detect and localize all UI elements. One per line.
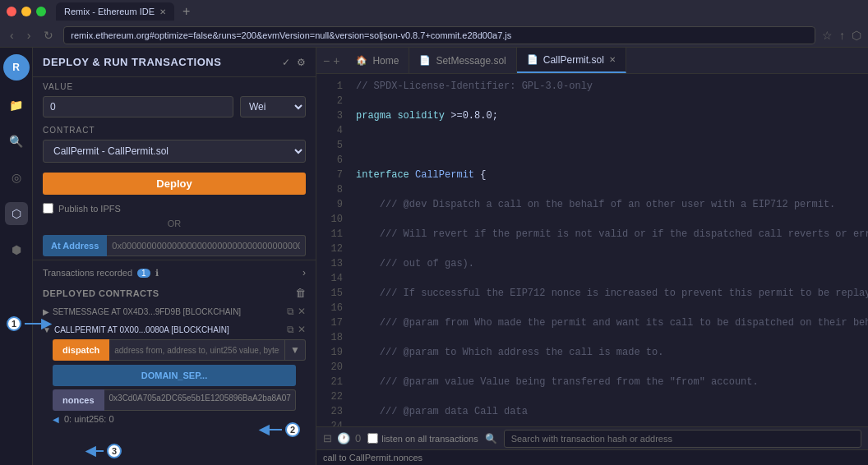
domain-sep-button[interactable]: DOMAIN_SEP... [53, 365, 296, 386]
checkmark-icon[interactable]: ✓ [282, 57, 290, 68]
dispatch-input[interactable] [109, 339, 285, 361]
refresh-button[interactable]: ↻ [40, 29, 57, 42]
transactions-chevron-icon[interactable]: › [302, 267, 306, 279]
clock-icon[interactable]: 🕐 [337, 432, 350, 444]
result-triangle-icon: ◀ [53, 415, 59, 424]
deploy-header-icons: ✓ ⚙ [282, 57, 306, 68]
dispatch-chevron-icon[interactable]: ▼ [285, 339, 306, 361]
collapse-icon-callpermit[interactable]: ▼ [43, 325, 51, 334]
tab-callpermit[interactable]: 📄 CallPermit.sol ✕ [517, 48, 626, 73]
close-dot[interactable] [7, 7, 16, 16]
browser-tab-label: Remix - Ethereum IDE [64, 7, 155, 16]
addressbar-icons: ☆ ↑ ⬡ [822, 29, 861, 42]
deployed-contracts-header: Deployed Contracts 🗑 [33, 282, 316, 302]
contract-item-header-setmessage: ▶ SETMESSAGE AT 0X4D3...9FD9B [BLOCKCHAI… [43, 304, 306, 319]
contract-row: CallPermit - CallPermit.sol [33, 136, 316, 166]
contract-select[interactable]: CallPermit - CallPermit.sol [43, 140, 306, 163]
contract-action-icons-callpermit: ⧉ ✕ [287, 324, 306, 335]
deployed-title: Deployed Contracts [43, 288, 159, 298]
tab-setmessage[interactable]: 📄 SetMessage.sol [409, 48, 516, 73]
at-address-row: At Address [33, 232, 316, 260]
minimize-dot[interactable] [21, 7, 31, 16]
url-input[interactable] [63, 26, 815, 44]
editor-tab-group: 🏠 Home 📄 SetMessage.sol 📄 CallPermit.sol… [346, 48, 626, 73]
delete-icon-callpermit[interactable]: ✕ [298, 324, 306, 335]
browser-tab-close-icon[interactable]: ✕ [159, 7, 166, 16]
callpermit-tab-icon: 📄 [527, 54, 538, 65]
addressbar: ‹ › ↻ ☆ ↑ ⬡ [0, 23, 868, 48]
status-count: 0 [355, 432, 361, 444]
sidebar-icon-search[interactable]: 🔍 [5, 130, 28, 153]
at-address-input[interactable] [107, 235, 306, 256]
filter-icon[interactable]: ⊟ [323, 432, 332, 444]
publish-row: Publish to IPFS [33, 201, 316, 215]
nonces-output: 0x3Cd0A705a2DC65e5b1E1205896BaA2ba8A07 [104, 389, 296, 411]
sidebar-icon-files[interactable]: 📁 [5, 94, 28, 117]
code-editor[interactable]: // SPDX-License-Identifier: GPL-3.0-only… [349, 74, 868, 426]
listen-checkbox[interactable] [367, 433, 378, 444]
home-tab-label: Home [372, 55, 399, 67]
search-icon: 🔍 [485, 433, 497, 444]
zoom-in-icon[interactable]: + [333, 54, 339, 67]
listen-checkbox-row: listen on all transactions [367, 433, 478, 444]
nonces-button[interactable]: nonces [53, 389, 104, 411]
contract-item-setmessage: ▶ SETMESSAGE AT 0X4D3...9FD9B [BLOCKCHAI… [33, 302, 316, 320]
deploy-button[interactable]: Deploy [43, 173, 306, 195]
or-divider: OR [33, 215, 316, 232]
contract-action-icons-setmessage: ⧉ ✕ [287, 306, 306, 317]
dispatch-row: dispatch ▼ [53, 339, 306, 361]
transactions-row: Transactions recorded 1 ℹ › [33, 260, 316, 282]
at-address-button[interactable]: At Address [43, 235, 107, 256]
setmessage-tab-label: SetMessage.sol [436, 55, 506, 67]
maximize-dot[interactable] [36, 7, 46, 16]
extensions-icon[interactable]: ⬡ [852, 29, 861, 42]
transactions-label: Transactions recorded 1 ℹ [43, 268, 159, 279]
result-value: 0: uint256: 0 [64, 414, 114, 424]
trash-icon[interactable]: 🗑 [295, 287, 306, 299]
forward-button[interactable]: › [24, 29, 35, 42]
contract-name-callpermit: CALLPERMIT AT 0X00...0080A [BLOCKCHAIN] [54, 325, 284, 334]
copy-icon-callpermit[interactable]: ⧉ [287, 324, 294, 335]
new-tab-button[interactable]: + [178, 4, 195, 19]
tab-home[interactable]: 🏠 Home [346, 48, 409, 73]
contract-label: CONTRACT [33, 121, 316, 136]
contract-item-header-callpermit: ▼ CALLPERMIT AT 0X00...0080A [BLOCKCHAIN… [43, 322, 306, 337]
contract-name-setmessage: SETMESSAGE AT 0X4D3...9FD9B [BLOCKCHAIN] [53, 307, 284, 316]
transaction-search-input[interactable] [504, 430, 861, 448]
value-row: Wei Gwei Finney Ether [33, 93, 316, 121]
nonces-row: nonces 0x3Cd0A705a2DC65e5b1E1205896BaA2b… [53, 389, 296, 411]
collapse-icon-setmessage[interactable]: ▶ [43, 307, 49, 316]
result-row: ◀ 0: uint256: 0 [43, 412, 306, 426]
listen-label: listen on all transactions [381, 434, 478, 444]
value-input[interactable] [43, 96, 233, 117]
publish-checkbox[interactable] [43, 203, 53, 214]
star-icon[interactable]: ☆ [822, 29, 833, 42]
zoom-out-icon[interactable]: − [323, 54, 330, 67]
share-icon[interactable]: ↑ [839, 29, 845, 42]
browser-tab-bar: Remix - Ethereum IDE ✕ + [56, 2, 861, 21]
setmessage-tab-icon: 📄 [419, 55, 431, 66]
delete-icon-setmessage[interactable]: ✕ [298, 306, 306, 317]
unit-select[interactable]: Wei Gwei Finney Ether [240, 96, 306, 117]
browser-tab-active[interactable]: Remix - Ethereum IDE ✕ [56, 2, 174, 21]
settings-icon[interactable]: ⚙ [297, 57, 306, 68]
sidebar-icon-git[interactable]: ◎ [5, 166, 28, 189]
line-numbers: 12345 678910 1112131415 1617181920 21222… [316, 74, 349, 426]
titlebar: Remix - Ethereum IDE ✕ + [0, 0, 868, 23]
callpermit-tab-label: CallPermit.sol [543, 54, 604, 66]
contract-item-callpermit: ▼ CALLPERMIT AT 0X00...0080A [BLOCKCHAIN… [33, 320, 316, 427]
sidebar-icon-debug[interactable]: ⬢ [5, 238, 28, 261]
status-bar: ⊟ 🕐 0 listen on all transactions 🔍 [316, 426, 868, 449]
main-content: R 📁 🔍 ◎ ⬡ ⬢ DEPLOY & RUN TRANSACTIONS ✓ … [0, 48, 868, 465]
publish-label: Publish to IPFS [58, 204, 121, 214]
editor-tabs: − + 🏠 Home 📄 SetMessage.sol 📄 CallPermit… [316, 48, 868, 74]
back-button[interactable]: ‹ [7, 29, 17, 42]
info-icon[interactable]: ℹ [155, 268, 159, 279]
callpermit-tab-close-icon[interactable]: ✕ [609, 55, 616, 64]
sidebar-icon-deploy[interactable]: ⬡ [5, 202, 28, 225]
deploy-header: DEPLOY & RUN TRANSACTIONS ✓ ⚙ [33, 48, 316, 77]
home-tab-icon: 🏠 [356, 55, 367, 66]
copy-icon-setmessage[interactable]: ⧉ [287, 306, 294, 317]
domain-sep-row: DOMAIN_SEP... [43, 363, 306, 388]
dispatch-button[interactable]: dispatch [53, 339, 109, 361]
